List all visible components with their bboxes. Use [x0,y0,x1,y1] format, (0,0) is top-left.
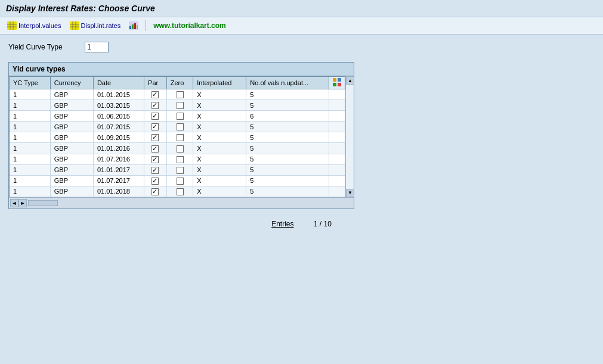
yld-curve-types-table-container: Yld curve types YC Type Currency Date Pa… [8,62,354,209]
scrollbar-up-button[interactable]: ▲ [346,76,354,85]
col-header-yc-type: YC Type [10,77,51,89]
cell-par-checkbox[interactable] [151,145,159,153]
col-header-zero: Zero [166,77,193,89]
cell-icon-col [329,186,345,197]
scroll-right-button[interactable]: ► [18,199,27,207]
cell-currency: GBP [50,186,93,197]
bottom-scroll: ◄ ► [9,197,354,209]
cell-zero [166,100,193,111]
cell-no-vals: 5 [246,154,329,164]
website-text: www.tutorialkart.com [153,21,226,30]
cell-zero-checkbox[interactable] [177,113,184,120]
entries-value: 1 / 10 [314,220,332,228]
cell-par-checkbox[interactable] [151,167,159,174]
cell-no-vals: 5 [246,89,329,100]
cell-interpolated: X [193,164,246,175]
cell-zero-checkbox[interactable] [177,123,184,130]
cell-zero-checkbox[interactable] [177,156,184,163]
cell-date: 01.01.2018 [93,186,144,197]
cell-zero [166,89,193,100]
col-header-no-vals: No.of vals n.updat... [246,77,329,89]
cell-date: 01.01.2017 [93,164,144,175]
cell-zero [166,132,193,143]
cell-par-checkbox[interactable] [151,188,159,195]
yield-curve-type-row: Yield Curve Type 1 [8,42,595,52]
table-row[interactable]: 1GBP01.07.2017X5 [10,175,345,186]
toolbar-separator [146,20,146,31]
cell-zero-checkbox[interactable] [177,178,184,185]
grid-icon [70,21,79,30]
main-content: Yield Curve Type 1 Yld curve types YC Ty… [0,35,603,235]
cell-no-vals: 5 [246,175,329,186]
cell-par [144,186,167,197]
cell-currency: GBP [50,154,93,164]
cell-par-checkbox[interactable] [151,178,159,185]
cell-yc-type: 1 [10,100,51,111]
table-row[interactable]: 1GBP01.01.2018X5 [10,186,345,197]
table-row[interactable]: 1GBP01.07.2015X5 [10,122,345,132]
cell-icon-col [329,164,345,175]
cell-par [144,100,167,111]
cell-date: 01.03.2015 [93,100,144,111]
col-header-currency: Currency [50,77,93,89]
col-header-icon [329,77,345,89]
svg-rect-18 [338,83,341,86]
cell-icon-col [329,143,345,154]
table-row[interactable]: 1GBP01.06.2015X6 [10,111,345,122]
cell-zero-checkbox[interactable] [177,188,184,195]
yield-curve-type-input[interactable]: 1 [85,42,109,52]
cell-icon-col [329,154,345,164]
cell-zero-checkbox[interactable] [177,167,184,174]
cell-par [144,164,167,175]
cell-par [144,154,167,164]
cell-zero [166,154,193,164]
cell-currency: GBP [50,175,93,186]
entries-label: Entries [271,220,293,228]
toolbar-item-chart[interactable] [126,20,141,32]
table-row[interactable]: 1GBP01.09.2015X5 [10,132,345,143]
cell-zero-checkbox[interactable] [177,102,184,109]
scroll-left-button[interactable]: ◄ [10,199,18,207]
cell-date: 01.07.2015 [93,122,144,132]
cell-interpolated: X [193,154,246,164]
cell-yc-type: 1 [10,164,51,175]
cell-zero-checkbox[interactable] [177,91,184,98]
cell-icon-col [329,175,345,186]
cell-par-checkbox[interactable] [151,134,159,141]
cell-yc-type: 1 [10,111,51,122]
chart-icon [129,21,138,30]
cell-no-vals: 5 [246,186,329,197]
cell-zero-checkbox[interactable] [177,134,184,141]
cell-currency: GBP [50,89,93,100]
cell-icon-col [329,100,345,111]
table-small-icon [7,21,17,30]
cell-icon-col [329,132,345,143]
cell-par [144,175,167,186]
svg-rect-5 [70,21,79,30]
cell-par [144,89,167,100]
table-row[interactable]: 1GBP01.07.2016X5 [10,154,345,164]
svg-rect-11 [129,26,131,29]
cell-no-vals: 5 [246,122,329,132]
cell-par-checkbox[interactable] [151,156,159,163]
cell-interpolated: X [193,100,246,111]
cell-interpolated: X [193,89,246,100]
table-row[interactable]: 1GBP01.01.2015X5 [10,89,345,100]
table-row[interactable]: 1GBP01.01.2016X5 [10,143,345,154]
cell-zero-checkbox[interactable] [177,145,184,153]
interpol-values-label: Interpol.values [18,22,61,29]
scrollbar-down-button[interactable]: ▼ [346,189,354,197]
cell-interpolated: X [193,186,246,197]
cell-par-checkbox[interactable] [151,113,159,120]
cell-par-checkbox[interactable] [151,102,159,109]
cell-zero [166,143,193,154]
svg-rect-13 [134,23,136,29]
toolbar-item-displ-int-rates[interactable]: Displ.int.rates [67,20,123,32]
table-row[interactable]: 1GBP01.03.2015X5 [10,100,345,111]
cell-par-checkbox[interactable] [151,91,159,98]
cell-par-checkbox[interactable] [151,123,159,130]
scroll-thumb[interactable] [28,200,58,206]
cell-no-vals: 5 [246,100,329,111]
toolbar-item-interpol-values[interactable]: Interpol.values [5,20,64,32]
table-row[interactable]: 1GBP01.01.2017X5 [10,164,345,175]
